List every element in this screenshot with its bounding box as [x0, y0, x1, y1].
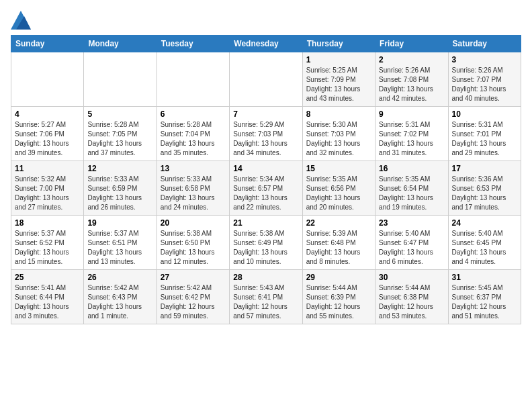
calendar-cell: 29Sunrise: 5:44 AM Sunset: 6:39 PM Dayli… [302, 270, 375, 324]
calendar-cell: 15Sunrise: 5:35 AM Sunset: 6:56 PM Dayli… [302, 161, 375, 216]
day-number: 22 [306, 218, 371, 228]
day-number: 13 [161, 164, 226, 173]
calendar-cell: 6Sunrise: 5:28 AM Sunset: 7:04 PM Daylig… [157, 107, 229, 161]
calendar-cell: 28Sunrise: 5:43 AM Sunset: 6:41 PM Dayli… [230, 270, 302, 324]
day-info: Sunrise: 5:33 AM Sunset: 6:58 PM Dayligh… [161, 175, 226, 212]
day-info: Sunrise: 5:30 AM Sunset: 7:03 PM Dayligh… [306, 120, 371, 158]
calendar-cell: 7Sunrise: 5:29 AM Sunset: 7:03 PM Daylig… [230, 107, 302, 161]
day-info: Sunrise: 5:45 AM Sunset: 6:37 PM Dayligh… [452, 283, 517, 321]
day-info: Sunrise: 5:42 AM Sunset: 6:43 PM Dayligh… [87, 283, 152, 321]
day-info: Sunrise: 5:26 AM Sunset: 7:07 PM Dayligh… [452, 66, 517, 103]
day-number: 27 [161, 273, 226, 282]
day-info: Sunrise: 5:38 AM Sunset: 6:49 PM Dayligh… [233, 229, 298, 267]
day-number: 15 [306, 164, 371, 173]
day-info: Sunrise: 5:35 AM Sunset: 6:56 PM Dayligh… [306, 175, 371, 212]
calendar-cell: 22Sunrise: 5:39 AM Sunset: 6:48 PM Dayli… [302, 216, 375, 270]
calendar-week-row: 11Sunrise: 5:32 AM Sunset: 7:00 PM Dayli… [11, 161, 521, 216]
day-number: 23 [379, 218, 444, 228]
day-info: Sunrise: 5:40 AM Sunset: 6:45 PM Dayligh… [452, 229, 517, 267]
day-info: Sunrise: 5:41 AM Sunset: 6:44 PM Dayligh… [15, 283, 80, 321]
day-number: 17 [452, 164, 517, 173]
calendar-header-tuesday: Tuesday [157, 36, 229, 52]
day-number: 7 [233, 109, 298, 119]
day-info: Sunrise: 5:39 AM Sunset: 6:48 PM Dayligh… [306, 229, 371, 267]
calendar-week-row: 1Sunrise: 5:25 AM Sunset: 7:09 PM Daylig… [11, 52, 521, 107]
day-number: 31 [452, 273, 517, 282]
calendar-header-thursday: Thursday [302, 36, 375, 52]
calendar-header-sunday: Sunday [11, 36, 84, 52]
day-number: 30 [379, 273, 444, 282]
day-number: 12 [87, 164, 152, 173]
day-number: 9 [379, 109, 444, 119]
calendar-cell: 12Sunrise: 5:33 AM Sunset: 6:59 PM Dayli… [84, 161, 157, 216]
calendar-header-row: SundayMondayTuesdayWednesdayThursdayFrid… [11, 36, 521, 52]
day-number: 25 [15, 273, 80, 282]
calendar-cell: 19Sunrise: 5:37 AM Sunset: 6:51 PM Dayli… [84, 216, 157, 270]
day-number: 1 [306, 55, 371, 64]
calendar-header-monday: Monday [84, 36, 157, 52]
day-number: 21 [233, 218, 298, 228]
calendar-cell: 30Sunrise: 5:44 AM Sunset: 6:38 PM Dayli… [375, 270, 448, 324]
day-number: 14 [233, 164, 298, 173]
calendar-cell: 9Sunrise: 5:31 AM Sunset: 7:02 PM Daylig… [375, 107, 448, 161]
calendar-cell: 3Sunrise: 5:26 AM Sunset: 7:07 PM Daylig… [448, 52, 521, 107]
logo-icon [11, 11, 31, 30]
day-info: Sunrise: 5:29 AM Sunset: 7:03 PM Dayligh… [233, 120, 298, 158]
calendar-week-row: 4Sunrise: 5:27 AM Sunset: 7:06 PM Daylig… [11, 107, 521, 161]
calendar-cell: 27Sunrise: 5:42 AM Sunset: 6:42 PM Dayli… [157, 270, 229, 324]
day-number: 29 [306, 273, 371, 282]
calendar-cell: 25Sunrise: 5:41 AM Sunset: 6:44 PM Dayli… [11, 270, 84, 324]
calendar-cell: 5Sunrise: 5:28 AM Sunset: 7:05 PM Daylig… [84, 107, 157, 161]
calendar-cell: 26Sunrise: 5:42 AM Sunset: 6:43 PM Dayli… [84, 270, 157, 324]
calendar-cell: 17Sunrise: 5:36 AM Sunset: 6:53 PM Dayli… [448, 161, 521, 216]
day-info: Sunrise: 5:44 AM Sunset: 6:38 PM Dayligh… [379, 283, 444, 321]
calendar-cell: 2Sunrise: 5:26 AM Sunset: 7:08 PM Daylig… [375, 52, 448, 107]
day-number: 20 [161, 218, 226, 228]
day-number: 16 [379, 164, 444, 173]
calendar-week-row: 18Sunrise: 5:37 AM Sunset: 6:52 PM Dayli… [11, 216, 521, 270]
calendar-header-saturday: Saturday [448, 36, 521, 52]
day-info: Sunrise: 5:31 AM Sunset: 7:01 PM Dayligh… [452, 120, 517, 158]
page-header [11, 11, 521, 30]
calendar-cell: 16Sunrise: 5:35 AM Sunset: 6:54 PM Dayli… [375, 161, 448, 216]
calendar-cell: 4Sunrise: 5:27 AM Sunset: 7:06 PM Daylig… [11, 107, 84, 161]
calendar-cell [230, 52, 302, 107]
day-info: Sunrise: 5:37 AM Sunset: 6:52 PM Dayligh… [15, 229, 80, 267]
day-info: Sunrise: 5:43 AM Sunset: 6:41 PM Dayligh… [233, 283, 298, 321]
day-number: 18 [15, 218, 80, 228]
day-number: 4 [15, 109, 80, 119]
day-info: Sunrise: 5:36 AM Sunset: 6:53 PM Dayligh… [452, 175, 517, 212]
calendar-cell: 20Sunrise: 5:38 AM Sunset: 6:50 PM Dayli… [157, 216, 229, 270]
day-number: 19 [87, 218, 152, 228]
day-number: 26 [87, 273, 152, 282]
calendar-table: SundayMondayTuesdayWednesdayThursdayFrid… [11, 35, 521, 324]
day-info: Sunrise: 5:42 AM Sunset: 6:42 PM Dayligh… [161, 283, 226, 321]
calendar-header-wednesday: Wednesday [230, 36, 302, 52]
day-info: Sunrise: 5:44 AM Sunset: 6:39 PM Dayligh… [306, 283, 371, 321]
calendar-cell [157, 52, 229, 107]
day-info: Sunrise: 5:27 AM Sunset: 7:06 PM Dayligh… [15, 120, 80, 158]
day-number: 11 [15, 164, 80, 173]
day-number: 2 [379, 55, 444, 64]
day-number: 10 [452, 109, 517, 119]
day-number: 5 [87, 109, 152, 119]
day-info: Sunrise: 5:33 AM Sunset: 6:59 PM Dayligh… [87, 175, 152, 212]
calendar-cell: 18Sunrise: 5:37 AM Sunset: 6:52 PM Dayli… [11, 216, 84, 270]
day-info: Sunrise: 5:35 AM Sunset: 6:54 PM Dayligh… [379, 175, 444, 212]
day-info: Sunrise: 5:34 AM Sunset: 6:57 PM Dayligh… [233, 175, 298, 212]
day-number: 28 [233, 273, 298, 282]
calendar-cell: 8Sunrise: 5:30 AM Sunset: 7:03 PM Daylig… [302, 107, 375, 161]
day-info: Sunrise: 5:37 AM Sunset: 6:51 PM Dayligh… [87, 229, 152, 267]
day-info: Sunrise: 5:28 AM Sunset: 7:04 PM Dayligh… [161, 120, 226, 158]
calendar-cell: 10Sunrise: 5:31 AM Sunset: 7:01 PM Dayli… [448, 107, 521, 161]
calendar-cell: 24Sunrise: 5:40 AM Sunset: 6:45 PM Dayli… [448, 216, 521, 270]
day-number: 24 [452, 218, 517, 228]
logo [11, 11, 34, 30]
calendar-cell: 23Sunrise: 5:40 AM Sunset: 6:47 PM Dayli… [375, 216, 448, 270]
day-info: Sunrise: 5:25 AM Sunset: 7:09 PM Dayligh… [306, 66, 371, 103]
calendar-cell: 11Sunrise: 5:32 AM Sunset: 7:00 PM Dayli… [11, 161, 84, 216]
calendar-cell [84, 52, 157, 107]
day-info: Sunrise: 5:38 AM Sunset: 6:50 PM Dayligh… [161, 229, 226, 267]
day-info: Sunrise: 5:32 AM Sunset: 7:00 PM Dayligh… [15, 175, 80, 212]
calendar-cell [11, 52, 84, 107]
